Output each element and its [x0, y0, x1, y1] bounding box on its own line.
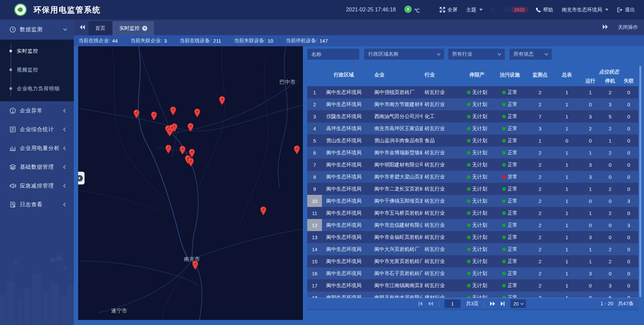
org-menu[interactable]: 南充市生态环境局 [562, 7, 608, 13]
fullscreen-button[interactable]: 全屏 [440, 7, 458, 13]
table-row[interactable]: 4高坪生态环境局南充市高坪区王家店建砖瓦行业无计划正常31220 [307, 122, 638, 134]
map-pin[interactable] [179, 146, 186, 156]
sidebar-item-3[interactable]: 企业综合统计 [0, 120, 74, 139]
tabs-scroll-right-button[interactable] [602, 24, 608, 30]
table-row[interactable]: 18南部生态环境局南部县新华水泥有限公建材行业无计划正常21060 [307, 291, 638, 298]
last-page-button[interactable] [500, 302, 505, 306]
table-row[interactable]: 12阆中生态环境局阆中市忠信建材有限公砖瓦行业无计划正常21003 [307, 219, 638, 231]
sidebar-item-5[interactable]: 基础数据管理 [0, 158, 74, 176]
map-pin[interactable] [192, 261, 199, 271]
sidebar-subitem[interactable]: 视频监控 [0, 60, 74, 79]
next-page-button[interactable] [490, 302, 495, 306]
status-dot-green [502, 211, 506, 215]
name-filter-input[interactable] [307, 49, 359, 60]
tabs-scroll-left-button[interactable] [78, 23, 87, 32]
table-row[interactable]: 17阆中生态环境局阆中市江南镇阆南页岩砖瓦行业无计划正常21030 [307, 279, 638, 291]
scrollbar[interactable] [639, 66, 641, 297]
table-row[interactable]: 5营山生态环境局营山县润丰肉食品有限食品无计划正常10010 [307, 134, 638, 147]
map-pin[interactable] [165, 145, 172, 155]
status-filter-select[interactable]: 所有状态 [509, 49, 552, 60]
cell-limit: 无计划 [460, 267, 494, 279]
cell-stop: 0 [601, 267, 619, 279]
table-row[interactable]: 13阆中生态环境局阆中市金福旺页岩机砖砖瓦行业无计划正常21300 [307, 231, 638, 243]
cell-lost: 0 [619, 255, 638, 267]
table-row[interactable]: 2阆中生态环境局阆中市南方节能建材有砖瓦行业无计划正常21030 [307, 98, 638, 110]
table-row[interactable]: 1阆中生态环境局阆中强锐页岩砖厂砖瓦行业无计划正常21120 [307, 86, 638, 98]
table-row[interactable]: 10阆中生态环境局阆中千佛镇五郎垭页岩砖瓦行业无计划正常21003 [307, 195, 638, 207]
first-page-button[interactable] [418, 302, 423, 306]
page-size-select[interactable]: 20 [511, 300, 526, 308]
skyline-decoration [0, 253, 74, 325]
cell-company: 南充市高坪区王家店建 [366, 122, 423, 134]
cell-stop: 2 [601, 255, 619, 267]
sidebar-item-2[interactable]: 企业异常 [0, 101, 74, 120]
table-row[interactable]: 6阆中生态环境局阆中市金博瑞新型墙材砖瓦行业无计划正常21120 [307, 147, 638, 159]
sidebar-subitem[interactable]: 实时监控 [0, 42, 74, 60]
table-row[interactable]: 11阆中生态环境局阆中市五马桥页岩机砖砖瓦行业无计划正常21120 [307, 207, 638, 219]
map-pin[interactable] [187, 123, 194, 133]
table-row[interactable]: 3仪陇生态环境局西南油气田分公司川中化工无计划正常71350 [307, 110, 638, 122]
cell-facility: 正常 [494, 134, 526, 147]
map-pin[interactable] [133, 109, 140, 120]
sidebar-item-7[interactable]: 日志查看 [0, 195, 74, 214]
cell-company: 阆中市金博瑞新型墙材 [366, 147, 423, 159]
cell-stop: 6 [601, 291, 619, 298]
cell-lost: 0 [619, 98, 638, 110]
pagination-bar: 共3页 20 1 - 20 共47条 [307, 298, 638, 310]
status-dot-green [502, 91, 506, 94]
fullscreen-icon [440, 7, 445, 12]
sidebar-item-6[interactable]: 应急减排管理 [0, 176, 74, 195]
theme-menu[interactable]: 主题 [466, 7, 483, 13]
map-pin[interactable] [170, 106, 177, 117]
cell-lost: 0 [619, 134, 638, 147]
cell-facility: 正常 [494, 183, 526, 195]
sidebar-item-1[interactable]: 数据监测 [0, 19, 74, 40]
map-collapse-handle[interactable] [78, 172, 85, 184]
cell-industry: 砖瓦行业 [423, 171, 460, 183]
map-panel[interactable]: 巴中市南充市遂宁市 [78, 46, 303, 320]
industry-filter-select[interactable]: 所有行业 [448, 49, 505, 60]
cell-facility: 正常 [494, 147, 526, 159]
sidebar-item-4[interactable]: 企业用电量分析 [0, 139, 74, 158]
map-pin[interactable] [219, 96, 226, 106]
prev-page-button[interactable] [428, 302, 433, 306]
help-button[interactable]: 帮助 [536, 7, 553, 13]
table-row[interactable]: 8阆中生态环境局阆中市枣碧大梁山页岩砖瓦行业无计划异常21300 [307, 171, 638, 183]
table-row[interactable]: 14阆中生态环境局阆中大兴页岩机砖厂砖瓦行业无计划正常21120 [307, 243, 638, 255]
cell-company: 阆中市忠信建材有限公 [366, 219, 423, 231]
bullet-icon [9, 87, 12, 90]
tab-实时监控[interactable]: 实时监控✕ [113, 21, 154, 35]
sound-button[interactable] [491, 7, 496, 12]
cell-facility: 正常 [494, 255, 526, 267]
page-number-input[interactable] [444, 300, 461, 308]
map-pin[interactable] [260, 206, 267, 217]
divider [439, 301, 439, 307]
table-row[interactable]: 7阆中生态环境局阆中明阳建材有限公司砖瓦行业无计划正常21300 [307, 159, 638, 171]
map-pin[interactable] [293, 145, 301, 156]
sidebar-subitem[interactable]: 企业电力负荷明细 [0, 79, 74, 98]
column-header-limit: 停限产 [460, 64, 494, 86]
stat-label: 当前在线企业: [78, 38, 110, 44]
map-pin[interactable] [151, 111, 158, 122]
cell-lost: 0 [619, 159, 638, 171]
sidebar-submenu: 实时监控视频监控企业电力负荷明细 [0, 40, 74, 101]
close-icon[interactable]: ✕ [142, 26, 147, 31]
cell-num: 9 [307, 183, 322, 195]
cell-stop: 3 [601, 98, 619, 110]
map-pin[interactable] [194, 108, 201, 119]
cell-run: 3 [580, 171, 601, 183]
notifications-button[interactable]: 2632 [504, 6, 528, 13]
cell-stop: 0 [601, 219, 619, 231]
chevron-left-icon [63, 165, 67, 169]
map-pin[interactable] [187, 158, 195, 168]
table-row[interactable]: 15阆中生态环境局阆中市光富页岩机砖厂砖瓦行业无计划正常21120 [307, 255, 638, 267]
tab-首页[interactable]: 首页 [89, 21, 112, 35]
cell-meters: 1 [554, 159, 580, 171]
table-row[interactable]: 9阆中生态环境局阆中市二龙长宝页岩砖砖瓦行业无计划正常21120 [307, 183, 638, 195]
logout-button[interactable]: 退出 [617, 7, 635, 13]
cell-facility: 正常 [494, 243, 526, 255]
region-filter-select[interactable]: 行政区域名称 [364, 49, 444, 60]
table-row[interactable]: 16阆中生态环境局阆中市石子页岩机砖厂砖瓦行业无计划正常21300 [307, 267, 638, 279]
close-operations-button[interactable]: 关闭操作 [618, 24, 638, 31]
map-pin[interactable] [168, 124, 175, 135]
